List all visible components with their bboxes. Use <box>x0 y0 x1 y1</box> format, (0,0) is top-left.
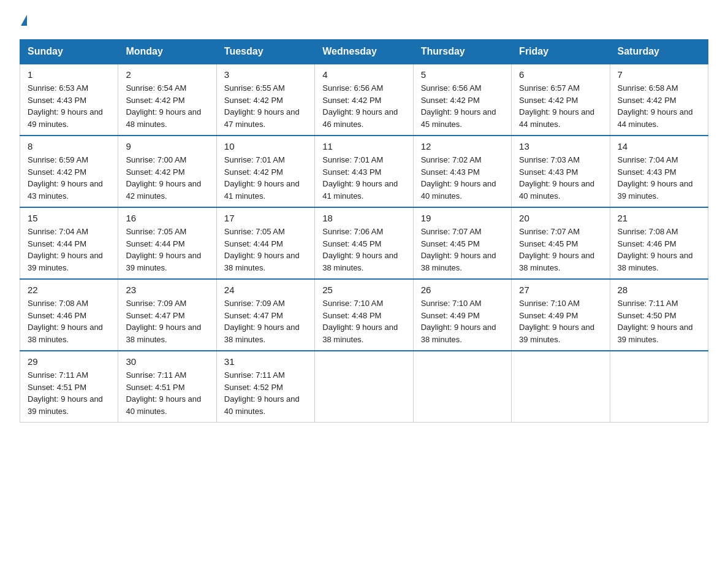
day-info: Sunrise: 7:00 AMSunset: 4:42 PMDaylight:… <box>126 154 208 202</box>
calendar-cell: 10Sunrise: 7:01 AMSunset: 4:42 PMDayligh… <box>216 136 314 207</box>
day-info: Sunrise: 7:02 AMSunset: 4:43 PMDaylight:… <box>421 154 504 202</box>
day-info: Sunrise: 7:09 AMSunset: 4:47 PMDaylight:… <box>126 297 208 345</box>
day-number: 25 <box>322 285 405 295</box>
calendar-cell: 6Sunrise: 6:57 AMSunset: 4:42 PMDaylight… <box>512 64 610 136</box>
calendar-week-row: 29Sunrise: 7:11 AMSunset: 4:51 PMDayligh… <box>20 351 708 423</box>
day-info: Sunrise: 7:11 AMSunset: 4:52 PMDaylight:… <box>224 369 307 417</box>
calendar-cell: 17Sunrise: 7:05 AMSunset: 4:44 PMDayligh… <box>216 207 314 279</box>
calendar-table: SundayMondayTuesdayWednesdayThursdayFrid… <box>20 39 708 423</box>
day-number: 7 <box>618 69 700 80</box>
day-info: Sunrise: 7:07 AMSunset: 4:45 PMDaylight:… <box>519 226 602 274</box>
day-number: 24 <box>224 285 307 295</box>
day-info: Sunrise: 7:10 AMSunset: 4:49 PMDaylight:… <box>421 297 504 345</box>
day-number: 30 <box>126 356 208 367</box>
calendar-header: SundayMondayTuesdayWednesdayThursdayFrid… <box>20 40 708 64</box>
calendar-cell: 26Sunrise: 7:10 AMSunset: 4:49 PMDayligh… <box>413 279 511 351</box>
day-info: Sunrise: 7:04 AMSunset: 4:44 PMDaylight:… <box>28 226 110 274</box>
calendar-header-sunday: Sunday <box>20 40 118 64</box>
calendar-week-row: 8Sunrise: 6:59 AMSunset: 4:42 PMDaylight… <box>20 136 708 207</box>
calendar-cell: 9Sunrise: 7:00 AMSunset: 4:42 PMDaylight… <box>118 136 216 207</box>
day-number: 23 <box>126 285 208 295</box>
day-number: 19 <box>421 213 504 223</box>
day-number: 10 <box>224 141 307 151</box>
day-number: 13 <box>519 141 602 151</box>
calendar-cell: 24Sunrise: 7:09 AMSunset: 4:47 PMDayligh… <box>216 279 314 351</box>
calendar-header-saturday: Saturday <box>610 40 708 64</box>
calendar-cell: 23Sunrise: 7:09 AMSunset: 4:47 PMDayligh… <box>118 279 216 351</box>
day-number: 17 <box>224 213 307 223</box>
calendar-cell: 20Sunrise: 7:07 AMSunset: 4:45 PMDayligh… <box>512 207 610 279</box>
calendar-cell: 28Sunrise: 7:11 AMSunset: 4:50 PMDayligh… <box>610 279 708 351</box>
day-number: 22 <box>28 285 110 295</box>
calendar-body: 1Sunrise: 6:53 AMSunset: 4:43 PMDaylight… <box>20 64 708 423</box>
calendar-cell: 12Sunrise: 7:02 AMSunset: 4:43 PMDayligh… <box>413 136 511 207</box>
day-number: 11 <box>322 141 405 151</box>
calendar-header-row: SundayMondayTuesdayWednesdayThursdayFrid… <box>20 40 708 64</box>
calendar-week-row: 15Sunrise: 7:04 AMSunset: 4:44 PMDayligh… <box>20 207 708 279</box>
day-number: 1 <box>28 69 110 80</box>
calendar-cell <box>512 351 610 423</box>
day-info: Sunrise: 7:01 AMSunset: 4:43 PMDaylight:… <box>322 154 405 202</box>
calendar-cell: 8Sunrise: 6:59 AMSunset: 4:42 PMDaylight… <box>20 136 118 207</box>
day-info: Sunrise: 7:10 AMSunset: 4:48 PMDaylight:… <box>322 297 405 345</box>
calendar-cell: 13Sunrise: 7:03 AMSunset: 4:43 PMDayligh… <box>512 136 610 207</box>
calendar-cell: 5Sunrise: 6:56 AMSunset: 4:42 PMDaylight… <box>413 64 511 136</box>
day-number: 21 <box>618 213 700 223</box>
calendar-cell: 3Sunrise: 6:55 AMSunset: 4:42 PMDaylight… <box>216 64 314 136</box>
day-info: Sunrise: 7:01 AMSunset: 4:42 PMDaylight:… <box>224 154 307 202</box>
day-number: 3 <box>224 69 307 80</box>
calendar-header-monday: Monday <box>118 40 216 64</box>
day-info: Sunrise: 6:58 AMSunset: 4:42 PMDaylight:… <box>618 82 700 130</box>
calendar-cell: 14Sunrise: 7:04 AMSunset: 4:43 PMDayligh… <box>610 136 708 207</box>
day-number: 8 <box>28 141 110 151</box>
day-number: 27 <box>519 285 602 295</box>
calendar-cell: 25Sunrise: 7:10 AMSunset: 4:48 PMDayligh… <box>315 279 413 351</box>
day-info: Sunrise: 7:07 AMSunset: 4:45 PMDaylight:… <box>421 226 504 274</box>
logo-triangle-icon <box>21 15 27 26</box>
day-info: Sunrise: 7:06 AMSunset: 4:45 PMDaylight:… <box>322 226 405 274</box>
day-info: Sunrise: 6:59 AMSunset: 4:42 PMDaylight:… <box>28 154 110 202</box>
day-info: Sunrise: 7:11 AMSunset: 4:51 PMDaylight:… <box>28 369 110 417</box>
calendar-cell: 30Sunrise: 7:11 AMSunset: 4:51 PMDayligh… <box>118 351 216 423</box>
header <box>20 15 708 28</box>
day-number: 15 <box>28 213 110 223</box>
calendar-header-thursday: Thursday <box>413 40 511 64</box>
calendar-cell: 21Sunrise: 7:08 AMSunset: 4:46 PMDayligh… <box>610 207 708 279</box>
logo <box>20 15 27 28</box>
day-number: 16 <box>126 213 208 223</box>
calendar-cell: 27Sunrise: 7:10 AMSunset: 4:49 PMDayligh… <box>512 279 610 351</box>
day-number: 4 <box>322 69 405 80</box>
day-number: 26 <box>421 285 504 295</box>
day-info: Sunrise: 7:08 AMSunset: 4:46 PMDaylight:… <box>618 226 700 274</box>
calendar-cell: 1Sunrise: 6:53 AMSunset: 4:43 PMDaylight… <box>20 64 118 136</box>
day-number: 2 <box>126 69 208 80</box>
calendar-week-row: 1Sunrise: 6:53 AMSunset: 4:43 PMDaylight… <box>20 64 708 136</box>
day-number: 9 <box>126 141 208 151</box>
day-info: Sunrise: 7:05 AMSunset: 4:44 PMDaylight:… <box>224 226 307 274</box>
day-info: Sunrise: 7:10 AMSunset: 4:49 PMDaylight:… <box>519 297 602 345</box>
day-info: Sunrise: 7:05 AMSunset: 4:44 PMDaylight:… <box>126 226 208 274</box>
calendar-cell: 18Sunrise: 7:06 AMSunset: 4:45 PMDayligh… <box>315 207 413 279</box>
day-info: Sunrise: 6:57 AMSunset: 4:42 PMDaylight:… <box>519 82 602 130</box>
calendar-cell: 29Sunrise: 7:11 AMSunset: 4:51 PMDayligh… <box>20 351 118 423</box>
calendar-cell <box>413 351 511 423</box>
day-number: 31 <box>224 356 307 367</box>
day-info: Sunrise: 6:56 AMSunset: 4:42 PMDaylight:… <box>322 82 405 130</box>
day-number: 29 <box>28 356 110 367</box>
day-number: 14 <box>618 141 700 151</box>
calendar-header-tuesday: Tuesday <box>216 40 314 64</box>
day-info: Sunrise: 7:09 AMSunset: 4:47 PMDaylight:… <box>224 297 307 345</box>
calendar-cell: 15Sunrise: 7:04 AMSunset: 4:44 PMDayligh… <box>20 207 118 279</box>
day-number: 28 <box>618 285 700 295</box>
calendar-cell: 4Sunrise: 6:56 AMSunset: 4:42 PMDaylight… <box>315 64 413 136</box>
calendar-cell: 16Sunrise: 7:05 AMSunset: 4:44 PMDayligh… <box>118 207 216 279</box>
day-info: Sunrise: 7:03 AMSunset: 4:43 PMDaylight:… <box>519 154 602 202</box>
day-info: Sunrise: 6:54 AMSunset: 4:42 PMDaylight:… <box>126 82 208 130</box>
day-number: 20 <box>519 213 602 223</box>
calendar-cell: 7Sunrise: 6:58 AMSunset: 4:42 PMDaylight… <box>610 64 708 136</box>
day-info: Sunrise: 7:04 AMSunset: 4:43 PMDaylight:… <box>618 154 700 202</box>
day-info: Sunrise: 7:08 AMSunset: 4:46 PMDaylight:… <box>28 297 110 345</box>
day-number: 6 <box>519 69 602 80</box>
calendar-header-wednesday: Wednesday <box>315 40 413 64</box>
calendar-cell: 19Sunrise: 7:07 AMSunset: 4:45 PMDayligh… <box>413 207 511 279</box>
